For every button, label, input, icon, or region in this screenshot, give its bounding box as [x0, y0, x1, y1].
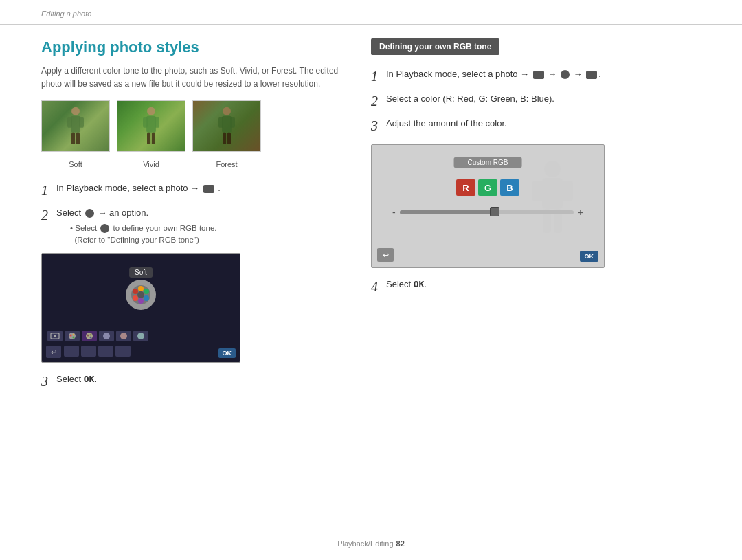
svg-point-20: [133, 289, 138, 294]
svg-rect-5: [76, 133, 80, 144]
caption-forest: Forest: [192, 159, 261, 169]
breadcrumb: Editing a photo: [0, 0, 742, 25]
camera-ui-rgb: Custom RGB R G B - +: [371, 144, 605, 268]
svg-point-30: [70, 335, 72, 337]
ui-icon2: [65, 331, 80, 341]
ui-icon7: [64, 346, 79, 357]
left-column: Applying photo styles Apply a different …: [41, 38, 344, 397]
svg-rect-10: [147, 133, 150, 144]
svg-point-34: [87, 335, 89, 337]
photo-vivid: [117, 100, 186, 152]
ui-icon1: [47, 331, 63, 341]
svg-point-39: [137, 333, 144, 339]
playback-icon: [203, 185, 214, 193]
plus-label: +: [578, 207, 583, 218]
photo-row: [41, 100, 344, 152]
content-area: Applying photo styles Apply a different …: [0, 38, 742, 397]
back-button-left[interactable]: ↩: [46, 346, 61, 358]
playback-icon-right: [533, 71, 544, 79]
svg-point-38: [120, 333, 127, 339]
ui-icon5: [116, 331, 131, 341]
photo-caption-row: Soft Vivid Forest: [41, 159, 344, 169]
section-title: Applying photo styles: [41, 38, 344, 56]
caption-soft: Soft: [41, 159, 110, 169]
photo-forest: [192, 100, 261, 152]
svg-rect-16: [223, 133, 226, 144]
left-step2: 2 Select → an option. • Select to define…: [41, 206, 344, 246]
svg-rect-11: [152, 133, 155, 144]
svg-point-29: [69, 333, 76, 339]
svg-rect-9: [155, 117, 159, 128]
ui-icons-row2: [64, 346, 131, 357]
rgb-slider-track[interactable]: [400, 210, 574, 214]
ui-icon6: [133, 331, 148, 341]
rgb-title-bar: Custom RGB: [454, 157, 522, 168]
ok-button-rgb[interactable]: OK: [580, 251, 599, 262]
ui-icon4: [99, 331, 114, 341]
svg-rect-15: [230, 117, 235, 128]
svg-point-32: [73, 337, 75, 339]
svg-point-33: [86, 333, 93, 339]
edit-icon: [586, 71, 597, 79]
sub-bullet: • Select to define your own RGB tone. (R…: [70, 223, 216, 247]
svg-point-28: [54, 335, 56, 337]
svg-rect-14: [218, 117, 223, 128]
color-wheel-icon: [561, 70, 570, 79]
svg-point-0: [71, 107, 80, 115]
svg-point-23: [144, 295, 149, 301]
svg-rect-2: [67, 117, 72, 128]
rgb-slider-thumb[interactable]: [490, 207, 499, 216]
ok-label-right: OK: [414, 279, 425, 289]
soft-label: Soft: [129, 267, 153, 278]
g-button[interactable]: G: [478, 179, 497, 196]
breadcrumb-text: Editing a photo: [41, 10, 91, 18]
svg-point-24: [138, 298, 144, 304]
svg-rect-4: [71, 133, 75, 144]
svg-rect-1: [71, 116, 80, 133]
left-step3: 3 Select OK.: [41, 372, 344, 390]
palette-icon-area: [124, 278, 158, 314]
back-button-rgb[interactable]: ↩: [377, 248, 394, 262]
ui-icon10: [115, 346, 131, 357]
svg-rect-13: [222, 116, 232, 133]
ui-icon3: [82, 331, 97, 341]
page-container: Editing a photo Applying photo styles Ap…: [0, 0, 742, 560]
left-step1: 1 In Playback mode, select a photo → .: [41, 181, 344, 199]
color-icon: [85, 209, 94, 218]
ok-label-left: OK: [84, 374, 95, 384]
caption-vivid: Vivid: [117, 159, 186, 169]
r-button[interactable]: R: [456, 179, 475, 196]
photo-soft: [41, 100, 110, 152]
rgb-buttons: R G B: [456, 179, 519, 196]
svg-rect-17: [227, 133, 231, 144]
right-step2: 2 Select a color (R: Red, G: Green, B: B…: [371, 92, 701, 110]
svg-rect-8: [143, 117, 148, 128]
right-step1: 1 In Playback mode, select a photo → → →…: [371, 67, 701, 85]
ok-button-left[interactable]: OK: [218, 348, 236, 358]
right-step3: 3 Adjust the amount of the color.: [371, 117, 701, 135]
define-rgb-header: Defining your own RGB tone: [371, 38, 499, 55]
right-column: Defining your own RGB tone 1 In Playback…: [371, 38, 701, 397]
footer-section: Playback/Editing: [337, 539, 393, 548]
svg-point-36: [90, 337, 92, 339]
rgb-slider-fill: [400, 210, 495, 214]
minus-label: -: [392, 207, 396, 218]
ui-icon8: [81, 346, 96, 357]
svg-point-35: [90, 334, 92, 336]
color-icon-2: [100, 224, 109, 233]
ui-icon9: [98, 346, 113, 357]
svg-point-21: [138, 286, 144, 291]
svg-rect-7: [146, 116, 156, 133]
svg-point-40: [544, 161, 561, 177]
svg-point-25: [133, 295, 138, 301]
camera-ui-left: Soft: [41, 253, 240, 363]
svg-point-22: [144, 289, 149, 294]
description: Apply a different color tone to the phot…: [41, 65, 344, 91]
svg-point-6: [147, 107, 155, 115]
right-step4: 4 Select OK.: [371, 278, 701, 295]
ui-icons-row1: [47, 331, 148, 341]
page-footer: Playback/Editing 82: [0, 539, 742, 548]
b-button[interactable]: B: [500, 179, 519, 196]
rgb-watermark: [521, 159, 583, 244]
svg-point-12: [223, 107, 231, 115]
